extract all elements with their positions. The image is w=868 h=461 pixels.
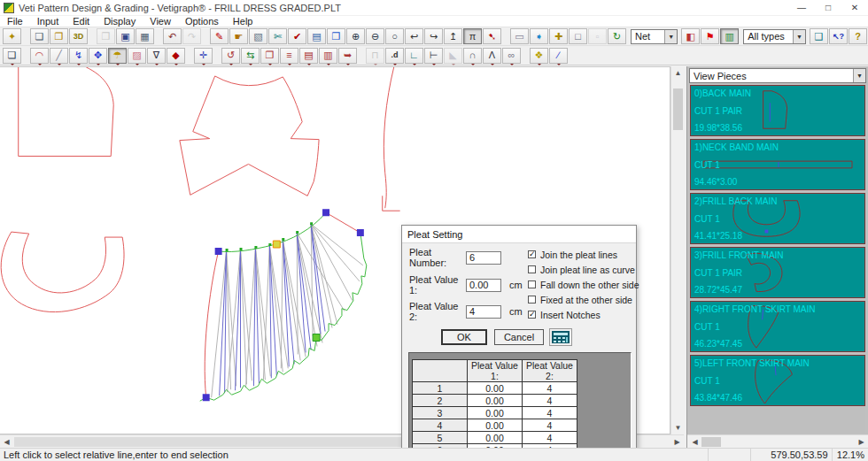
fixed-other-side-checkbox[interactable]: Fixed at the other side [528,292,639,307]
scroll-up-icon[interactable]: ▲ [671,66,685,80]
chevron-down-icon[interactable]: ▼ [664,30,677,43]
flag-button[interactable]: ⚑ [701,28,719,44]
fall-down-other-side-checkbox[interactable]: Fall down the other side [528,277,639,292]
chevron-down-icon[interactable]: ▼ [853,69,865,82]
dialog-title-bar[interactable]: Pleat Setting [402,226,636,243]
display-mode-button[interactable]: ◧ [681,28,700,44]
vscroll-thumb[interactable] [673,88,683,130]
save-as-button[interactable]: ❒ [97,28,115,44]
ruler-tool[interactable]: ◣ [444,48,462,64]
ok-button[interactable]: OK [441,329,487,345]
view-pieces-combo[interactable]: View Pieces ▼ [689,68,866,83]
close-button[interactable]: ✕ [841,0,868,16]
cancel-button[interactable]: Cancel [494,329,544,345]
checkbox-icon[interactable] [528,250,536,258]
dimension-text-tool[interactable]: .d [385,48,404,64]
frame-2-button[interactable]: ▫ [588,28,607,44]
view-prev-button[interactable]: ↩ [405,28,423,44]
panel-hscroll-thumb[interactable] [701,437,721,447]
fit-view-button[interactable]: ❒ [327,28,345,44]
piece-card-left-front-skirt[interactable]: 5)LEFT FRONT SKIRT MAIN CUT 1 43.84*47.4… [690,355,865,406]
snip-tool[interactable]: ✄ [268,28,287,44]
copy-piece-tool[interactable]: ❐ [260,48,279,64]
scroll-left-icon[interactable]: ◀ [689,435,701,449]
pen-tool[interactable]: ✎ [210,28,229,44]
axis-tool[interactable]: ✛ [194,48,213,64]
pleat-tool[interactable]: ☂ [108,48,127,64]
menu-item[interactable]: Options [178,16,226,27]
size-table-button[interactable]: ▤ [307,28,326,44]
minimize-button[interactable]: — [788,0,815,16]
zoom-in-button[interactable]: ⊕ [346,28,365,44]
new-document-button[interactable]: ❏ [30,28,49,44]
canvas-vertical-scrollbar[interactable]: ▲ ▼ [670,66,684,434]
join-pleat-lines-checkbox[interactable]: Join the pleat lines [528,247,639,262]
remove-piece-button[interactable]: ➷ [483,28,501,44]
piece-box-button[interactable]: ▭ [510,28,529,44]
save-button[interactable]: ▣ [116,28,135,44]
check-curve-tool[interactable]: ✔ [288,28,306,44]
send-piece-button[interactable]: ➧ [530,28,548,44]
redo-button[interactable]: ↷ [182,28,201,44]
table-row[interactable]: 1 0.00 4 [413,382,577,395]
scroll-right-icon[interactable]: ▶ [670,435,684,449]
type-columns-button[interactable]: ▥ [720,28,739,44]
piece-card-back-main[interactable]: 0)BACK MAIN CUT 1 PAIR 19.98*38.56 [690,85,865,136]
undo-button[interactable]: ↶ [163,28,182,44]
fold-tool[interactable]: ▨ [128,48,146,64]
menu-item[interactable]: Display [97,16,143,27]
sheet-piece-2-tool[interactable]: ▥ [319,48,337,64]
refresh-button[interactable]: ↻ [608,28,626,44]
compass-tool[interactable]: Λ [483,48,501,64]
menu-item[interactable]: Help [226,16,260,27]
stack-piece-tool[interactable]: ≡ [280,48,298,64]
marquee-select-tool[interactable]: ▧ [249,28,267,44]
checkbox-icon[interactable] [528,311,536,319]
pan-tool[interactable]: ☛ [229,28,248,44]
checkbox-icon[interactable] [528,265,536,273]
scroll-left-icon[interactable]: ◀ [0,435,13,449]
zoom-window-button[interactable]: ○ [385,28,404,44]
chain-tool[interactable]: ∞ [502,48,521,64]
checkbox-icon[interactable] [528,296,536,303]
piece-card-neck-band[interactable]: 1)NECK BAND MAIN CUT 1 94.46*3.00 [690,139,865,190]
table-row[interactable]: 2 0.00 4 [413,395,577,407]
scroll-right-icon[interactable]: ▶ [856,435,867,449]
frame-button[interactable]: □ [569,28,587,44]
insert-notches-checkbox[interactable]: Insert Notches [528,307,639,322]
bench-tool[interactable]: ⊓ [366,48,384,64]
draw-line-tool[interactable]: ∕ [549,48,568,64]
scroll-down-icon[interactable]: ▼ [671,421,685,434]
context-help-button[interactable]: ↖? [829,28,848,44]
checkbox-icon[interactable] [528,280,536,288]
maximize-button[interactable]: □ [815,0,841,16]
align-tool[interactable]: ⊢ [424,48,443,64]
plot-button[interactable]: ❑ [810,28,828,44]
line-tool[interactable]: ╱ [50,48,68,64]
key-tool[interactable]: ✦ [3,28,21,44]
menu-item[interactable]: Input [30,16,66,27]
export-piece-tool[interactable]: ➥ [338,48,357,64]
cross-tool-button[interactable]: ✚ [549,28,568,44]
view-up-button[interactable]: ↥ [444,28,462,44]
piece-card-right-front-skirt[interactable]: 4)RIGHT FRONT SKIRT MAIN CUT 1 46.23*47.… [690,301,865,352]
view-3d-button[interactable]: 3D [69,28,88,44]
dart-tool[interactable]: ∇ [147,48,166,64]
curve-tool[interactable]: ◠ [30,48,49,64]
table-row[interactable]: 3 0.00 4 [413,407,577,419]
piece-card-frill-back[interactable]: 2)FRILL BACK MAIN CUT 1 41.41*25.18 [690,193,865,244]
print-button[interactable]: ▦ [136,28,154,44]
zoom-out-button[interactable]: ⊖ [366,28,384,44]
pleat-value-1-input[interactable]: 0.00 [466,279,501,292]
piece-select-tool[interactable]: ❏ [3,48,21,64]
tips-button[interactable]: ? [849,28,867,44]
table-row[interactable]: 5 0.00 4 [413,432,577,444]
move-point-tool[interactable]: ✥ [89,48,107,64]
pleat-value-2-input[interactable]: 4 [466,305,501,319]
open-file-button[interactable]: ❐ [50,28,68,44]
notch-tool[interactable]: ❖ [530,48,548,64]
menu-item[interactable]: File [0,16,30,27]
panel-horizontal-scrollbar[interactable]: ◀ ▶ [687,434,868,448]
polyline-tool[interactable]: ↯ [69,48,88,64]
menu-item[interactable]: View [143,16,178,27]
